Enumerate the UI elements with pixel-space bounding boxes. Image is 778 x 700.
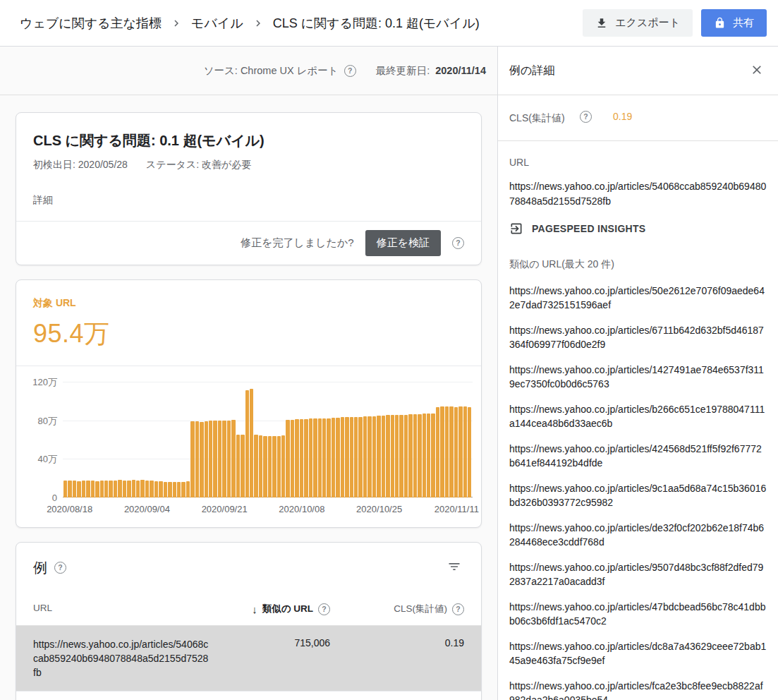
- breadcrumb-mobile[interactable]: モバイル: [191, 15, 243, 32]
- chart-bar[interactable]: [200, 422, 203, 497]
- chart-bar[interactable]: [418, 414, 421, 497]
- chart-bar[interactable]: [404, 415, 408, 497]
- chart-bar[interactable]: [82, 481, 85, 497]
- chart-bar[interactable]: [463, 406, 467, 497]
- chart-bar[interactable]: [336, 418, 339, 497]
- help-icon[interactable]: ?: [54, 562, 66, 574]
- chart-bar[interactable]: [268, 436, 272, 497]
- help-icon[interactable]: ?: [318, 603, 330, 615]
- table-row[interactable]: https://news.yahoo.co.jp/articles/54068c…: [16, 626, 481, 692]
- chart-bar[interactable]: [209, 421, 212, 497]
- chart-bar[interactable]: [363, 416, 367, 497]
- chart-bar[interactable]: [277, 436, 281, 497]
- help-icon[interactable]: ?: [344, 65, 356, 77]
- chart-bar[interactable]: [454, 407, 458, 497]
- chart-bar[interactable]: [145, 481, 149, 497]
- chart-bar[interactable]: [150, 481, 153, 497]
- chart-bar[interactable]: [341, 417, 344, 497]
- chart-bar[interactable]: [304, 419, 308, 497]
- chart-bar[interactable]: [91, 481, 95, 497]
- chart-bar[interactable]: [95, 481, 99, 497]
- help-icon[interactable]: ?: [580, 111, 592, 123]
- chart-bar[interactable]: [440, 406, 444, 497]
- chart-bar[interactable]: [100, 481, 104, 497]
- chart-bar[interactable]: [77, 481, 80, 497]
- share-button[interactable]: 共有: [701, 9, 767, 37]
- table-row[interactable]: https://news.yahoo.co.jp/articles/0d 157…: [16, 692, 481, 700]
- chart-bar[interactable]: [350, 417, 353, 497]
- chart-bar[interactable]: [327, 418, 330, 497]
- chart-bar[interactable]: [227, 421, 231, 497]
- chart-bar[interactable]: [231, 420, 235, 497]
- help-icon[interactable]: ?: [452, 603, 464, 615]
- column-header-url[interactable]: URL: [33, 603, 238, 615]
- chart-bar[interactable]: [190, 421, 194, 497]
- chart-bar[interactable]: [445, 406, 449, 497]
- chart-bar[interactable]: [382, 416, 385, 497]
- help-icon[interactable]: ?: [452, 237, 464, 249]
- chart-bar[interactable]: [140, 480, 144, 497]
- export-button[interactable]: エクスポート: [583, 9, 693, 37]
- chart-bar[interactable]: [195, 421, 199, 497]
- chart-bar[interactable]: [259, 435, 262, 497]
- chart-bar[interactable]: [372, 416, 376, 497]
- chart-bar[interactable]: [281, 435, 285, 497]
- chart-bar[interactable]: [468, 407, 471, 497]
- chart-bar[interactable]: [291, 420, 294, 497]
- column-header-similar-urls[interactable]: ↓ 類似の URL ?: [238, 603, 330, 615]
- chart-bar[interactable]: [458, 406, 462, 497]
- chart-bar[interactable]: [413, 414, 417, 497]
- chart-bar[interactable]: [345, 417, 348, 497]
- chart-bar[interactable]: [408, 414, 412, 497]
- chart-bar[interactable]: [127, 481, 130, 497]
- chart-bar[interactable]: [222, 421, 226, 497]
- chart-bar[interactable]: [213, 421, 217, 497]
- chart-bar[interactable]: [86, 481, 90, 497]
- chart-bar[interactable]: [332, 418, 335, 497]
- chart-bar[interactable]: [367, 416, 371, 497]
- chart-bar[interactable]: [154, 481, 158, 497]
- pagespeed-insights-link[interactable]: PAGESPEED INSIGHTS: [509, 222, 767, 236]
- chart-bar[interactable]: [272, 436, 276, 497]
- chart-bar[interactable]: [177, 482, 181, 497]
- chart-bar[interactable]: [318, 418, 322, 497]
- chart-bar[interactable]: [449, 406, 453, 497]
- chart-bar[interactable]: [286, 420, 289, 497]
- column-header-cls[interactable]: CLS(集計値) ?: [330, 603, 464, 615]
- chart-bar[interactable]: [73, 481, 76, 497]
- chart-bar[interactable]: [395, 415, 399, 497]
- chart-bar[interactable]: [358, 417, 362, 497]
- chart-bar[interactable]: [386, 415, 389, 497]
- chart-bar[interactable]: [431, 414, 434, 497]
- chart-bar[interactable]: [391, 415, 394, 497]
- chart-bar[interactable]: [123, 481, 126, 497]
- details-link[interactable]: 詳細: [33, 194, 53, 207]
- chart-bar[interactable]: [173, 482, 176, 497]
- chart-bar[interactable]: [68, 481, 71, 497]
- chart-bar[interactable]: [250, 389, 253, 497]
- chart-bar[interactable]: [241, 435, 244, 497]
- chart-bar[interactable]: [136, 481, 140, 497]
- chart-bar[interactable]: [181, 482, 185, 497]
- chart-bar[interactable]: [63, 481, 67, 497]
- chart-bar[interactable]: [263, 436, 267, 497]
- chart-bar[interactable]: [295, 419, 298, 497]
- chart-bar[interactable]: [114, 481, 117, 497]
- validate-fix-button[interactable]: 修正を検証: [365, 230, 441, 256]
- chart-bar[interactable]: [109, 481, 112, 497]
- chart-bar[interactable]: [118, 480, 121, 497]
- chart-bar[interactable]: [423, 414, 426, 497]
- chart-bar[interactable]: [309, 418, 312, 497]
- chart-bar[interactable]: [186, 481, 190, 497]
- chart-bar[interactable]: [254, 435, 257, 497]
- chart-bar[interactable]: [322, 418, 326, 497]
- chart-bar[interactable]: [132, 480, 135, 497]
- chart-bar[interactable]: [245, 390, 249, 497]
- chart-bar[interactable]: [313, 418, 317, 497]
- chart-bar[interactable]: [236, 435, 240, 497]
- breadcrumb-core-web-vitals[interactable]: ウェブに関する主な指標: [20, 15, 162, 32]
- chart-bar[interactable]: [436, 407, 439, 497]
- chart-bar[interactable]: [164, 482, 167, 497]
- chart-bar[interactable]: [300, 419, 303, 497]
- chart-bar[interactable]: [205, 421, 208, 497]
